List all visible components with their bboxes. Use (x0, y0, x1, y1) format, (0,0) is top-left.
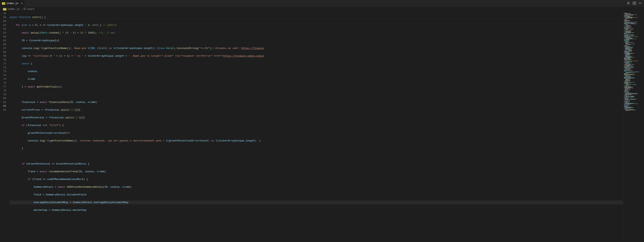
code-line: log += '<li>Строка № ' + (s + 1) + ' из … (10, 54, 623, 58)
code-line: crumb (10, 77, 623, 81)
code-line: await delay((Math.random() * (5 - 1) + 1… (10, 31, 623, 35)
line-numbers: 16 596061 626364 656667 686970 717273 74… (0, 12, 10, 242)
breadcrumb-file[interactable]: index.js (8, 8, 20, 10)
editor[interactable]: 16 596061 626364 656667 686970 717273 74… (0, 12, 644, 242)
symbol-icon (23, 8, 26, 11)
code-line (10, 154, 623, 158)
breadcrumb[interactable]: JS index.js › start (0, 7, 644, 12)
code-line: Trend = await recommendationTrend(ID, co… (10, 170, 623, 174)
svg-point-3 (640, 3, 640, 3)
js-icon: JS (2, 2, 5, 4)
more-icon[interactable] (638, 2, 642, 6)
breadcrumb-symbol[interactable]: start (27, 8, 34, 10)
code-line: GrowthPotential = +financial.split('|')[… (10, 116, 623, 120)
code-line: SummaryDetail = await USAStockGetSummary… (10, 185, 623, 189)
code-line: if (Trend >= sumOfRecommendationsMore) { (10, 178, 623, 181)
code-line: } (10, 147, 623, 150)
code-line: } = await getCredentials(); (10, 85, 623, 89)
code-line: console.log(`${getFunctionName()}. Счетч… (10, 139, 623, 143)
code-line: if (GrowthPotential >= GrowthPotentialMo… (10, 162, 623, 166)
code-line: cookie, (10, 70, 623, 74)
code-line: for (var s = 0; s <= tickerArrayUnique.l… (10, 23, 623, 27)
code-line (10, 93, 623, 96)
code-line: currentPrice = +financial.split('|')[0] (10, 108, 623, 112)
code-line: growthPotentialErrorsCount++ (10, 131, 623, 135)
code-line: Yield = SummaryDetail.dividendYield (10, 193, 623, 197)
tab-index-js[interactable]: JS index.js × (0, 0, 25, 7)
code-line: console.log(`${getFunctionName()}. Ищем … (10, 46, 623, 50)
tab-bar: JS index.js × (0, 0, 644, 7)
chevron-right-icon: › (20, 8, 22, 10)
minimap[interactable] (623, 12, 644, 242)
close-icon[interactable]: × (21, 2, 22, 5)
code-line: ID = tickerArrayUnique[s] (10, 39, 623, 42)
svg-point-4 (641, 3, 641, 3)
code-line: async function start() { (10, 16, 623, 19)
code-line: averageDailyVolume10Day = SummaryDetail.… (10, 200, 623, 204)
code-line: marketCap = SummaryDetail.marketCap (10, 208, 623, 212)
code-line: const { (10, 62, 623, 66)
run-icon[interactable] (627, 2, 630, 6)
tab-label: index.js (6, 2, 18, 5)
js-icon: JS (3, 8, 6, 10)
svg-point-2 (639, 3, 639, 3)
split-editor-icon[interactable] (633, 2, 636, 6)
code-content[interactable]: async function start() { for (var s = 0;… (10, 12, 623, 242)
code-line: if (financial === "X|X|X") { (10, 124, 623, 127)
code-line: financial = await financialData(ID, cook… (10, 100, 623, 104)
editor-actions (627, 2, 644, 6)
